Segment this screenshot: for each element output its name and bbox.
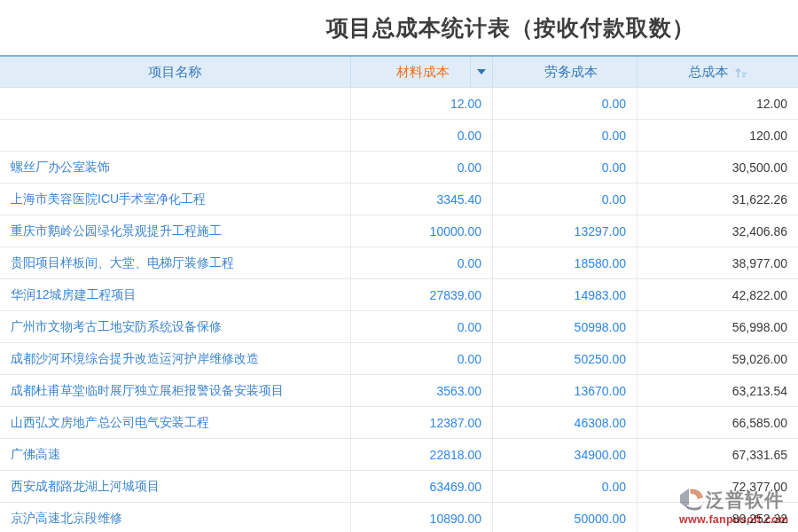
project-name-cell[interactable]: 上海市美容医院ICU手术室净化工程 bbox=[0, 184, 350, 215]
column-header-label: 项目名称 bbox=[149, 64, 202, 81]
table-body: 12.00 0.00 12.00 0.00 0.00 120.00 螺丝厂办公室… bbox=[0, 88, 798, 532]
material-cost-filter-dropdown[interactable] bbox=[470, 57, 492, 87]
column-header-label: 总成本 bbox=[689, 64, 729, 81]
labor-cost-cell: 14983.00 bbox=[492, 279, 637, 310]
labor-cost-cell: 0.00 bbox=[492, 471, 637, 502]
material-cost-cell: 12.00 bbox=[350, 88, 492, 119]
total-cost-cell: 120.00 bbox=[637, 120, 798, 151]
labor-cost-cell: 50000.00 bbox=[492, 503, 637, 532]
sort-ascending-icon[interactable] bbox=[734, 66, 747, 80]
labor-cost-cell: 0.00 bbox=[492, 184, 637, 215]
table-row[interactable]: 西安成都路龙湖上河城项目 63469.00 0.00 72,377.00 bbox=[0, 471, 798, 503]
project-name-cell[interactable]: 重庆市鹅岭公园绿化景观提升工程施工 bbox=[0, 215, 350, 246]
material-cost-cell: 0.00 bbox=[350, 247, 492, 278]
project-name-cell[interactable]: 华润12城房建工程项目 bbox=[0, 279, 350, 310]
column-header-total-cost[interactable]: 总成本 bbox=[637, 57, 798, 87]
project-name-cell[interactable]: 广州市文物考古工地安防系统设备保修 bbox=[0, 311, 350, 342]
total-cost-cell: 31,622.26 bbox=[637, 184, 798, 215]
material-cost-cell: 0.00 bbox=[350, 311, 492, 342]
column-header-project-name[interactable]: 项目名称 bbox=[0, 57, 350, 87]
project-name-cell[interactable]: 京沪高速北京段维修 bbox=[0, 503, 350, 532]
table-row[interactable]: 12.00 0.00 12.00 bbox=[0, 88, 798, 120]
project-name-cell[interactable] bbox=[0, 120, 350, 151]
table-row[interactable]: 山西弘文房地产总公司电气安装工程 12387.00 46308.00 66,58… bbox=[0, 407, 798, 439]
table-row[interactable]: 上海市美容医院ICU手术室净化工程 3345.40 0.00 31,622.26 bbox=[0, 184, 798, 215]
table-row[interactable]: 广佛高速 22818.00 34900.00 67,331.65 bbox=[0, 439, 798, 471]
project-name-cell[interactable]: 成都杜甫草堂临时展厅独立展柜报警设备安装项目 bbox=[0, 375, 350, 406]
total-cost-cell: 38,977.00 bbox=[637, 247, 798, 278]
labor-cost-cell: 50998.00 bbox=[492, 311, 637, 342]
total-cost-cell: 42,822.00 bbox=[637, 279, 798, 310]
column-header-label: 材料成本 bbox=[351, 64, 470, 81]
project-name-cell[interactable] bbox=[0, 88, 350, 119]
labor-cost-cell: 0.00 bbox=[492, 88, 637, 119]
total-cost-cell: 66,585.00 bbox=[637, 407, 798, 438]
labor-cost-cell: 18580.00 bbox=[492, 247, 637, 278]
column-header-labor-cost[interactable]: 劳务成本 bbox=[492, 57, 637, 87]
table-row[interactable]: 成都沙河环境综合提升改造运河护岸维修改造 0.00 50250.00 59,02… bbox=[0, 343, 798, 375]
total-cost-cell: 32,406.86 bbox=[637, 215, 798, 246]
material-cost-cell: 0.00 bbox=[350, 343, 492, 374]
material-cost-cell: 27839.00 bbox=[350, 279, 492, 310]
total-cost-cell: 12.00 bbox=[637, 88, 798, 119]
total-cost-cell: 56,998.00 bbox=[637, 311, 798, 342]
page-title: 项目总成本统计表（按收付款取数） bbox=[326, 13, 695, 43]
material-cost-cell: 10000.00 bbox=[350, 215, 492, 246]
table-row[interactable]: 华润12城房建工程项目 27839.00 14983.00 42,822.00 bbox=[0, 279, 798, 311]
table-row[interactable]: 广州市文物考古工地安防系统设备保修 0.00 50998.00 56,998.0… bbox=[0, 311, 798, 343]
material-cost-cell: 3563.00 bbox=[350, 375, 492, 406]
labor-cost-cell: 50250.00 bbox=[492, 343, 637, 374]
caret-down-icon bbox=[477, 69, 486, 74]
total-cost-cell: 80,252.32 bbox=[637, 503, 798, 532]
total-cost-cell: 67,331.65 bbox=[637, 439, 798, 470]
material-cost-cell: 63469.00 bbox=[350, 471, 492, 502]
labor-cost-cell: 0.00 bbox=[492, 120, 637, 151]
project-name-cell[interactable]: 螺丝厂办公室装饰 bbox=[0, 152, 350, 183]
table-row[interactable]: 成都杜甫草堂临时展厅独立展柜报警设备安装项目 3563.00 13670.00 … bbox=[0, 375, 798, 407]
column-header-label: 劳务成本 bbox=[532, 64, 598, 81]
labor-cost-cell: 13670.00 bbox=[492, 375, 637, 406]
material-cost-cell: 3345.40 bbox=[350, 184, 492, 215]
total-cost-cell: 30,500.00 bbox=[637, 152, 798, 183]
material-cost-cell: 0.00 bbox=[350, 120, 492, 151]
total-cost-cell: 63,213.54 bbox=[637, 375, 798, 406]
table-row[interactable]: 贵阳项目样板间、大堂、电梯厅装修工程 0.00 18580.00 38,977.… bbox=[0, 247, 798, 279]
total-cost-cell: 72,377.00 bbox=[637, 471, 798, 502]
table-row[interactable]: 京沪高速北京段维修 10890.00 50000.00 80,252.32 bbox=[0, 503, 798, 532]
page: 项目总成本统计表（按收付款取数） 项目名称 材料成本 劳务成本 总成本 bbox=[0, 0, 798, 532]
column-header-material-cost[interactable]: 材料成本 bbox=[350, 57, 492, 87]
material-cost-cell: 0.00 bbox=[350, 152, 492, 183]
table-row[interactable]: 0.00 0.00 120.00 bbox=[0, 120, 798, 152]
total-cost-cell: 59,026.00 bbox=[637, 343, 798, 374]
material-cost-cell: 22818.00 bbox=[350, 439, 492, 470]
project-cost-table: 项目名称 材料成本 劳务成本 总成本 bbox=[0, 55, 798, 532]
labor-cost-cell: 34900.00 bbox=[492, 439, 637, 470]
project-name-cell[interactable]: 广佛高速 bbox=[0, 439, 350, 470]
table-header: 项目名称 材料成本 劳务成本 总成本 bbox=[0, 55, 798, 88]
labor-cost-cell: 13297.00 bbox=[492, 215, 637, 246]
labor-cost-cell: 46308.00 bbox=[492, 407, 637, 438]
labor-cost-cell: 0.00 bbox=[492, 152, 637, 183]
project-name-cell[interactable]: 西安成都路龙湖上河城项目 bbox=[0, 471, 350, 502]
material-cost-cell: 12387.00 bbox=[350, 407, 492, 438]
material-cost-cell: 10890.00 bbox=[350, 503, 492, 532]
project-name-cell[interactable]: 成都沙河环境综合提升改造运河护岸维修改造 bbox=[0, 343, 350, 374]
table-row[interactable]: 重庆市鹅岭公园绿化景观提升工程施工 10000.00 13297.00 32,4… bbox=[0, 215, 798, 247]
table-row[interactable]: 螺丝厂办公室装饰 0.00 0.00 30,500.00 bbox=[0, 152, 798, 184]
project-name-cell[interactable]: 山西弘文房地产总公司电气安装工程 bbox=[0, 407, 350, 438]
project-name-cell[interactable]: 贵阳项目样板间、大堂、电梯厅装修工程 bbox=[0, 247, 350, 278]
